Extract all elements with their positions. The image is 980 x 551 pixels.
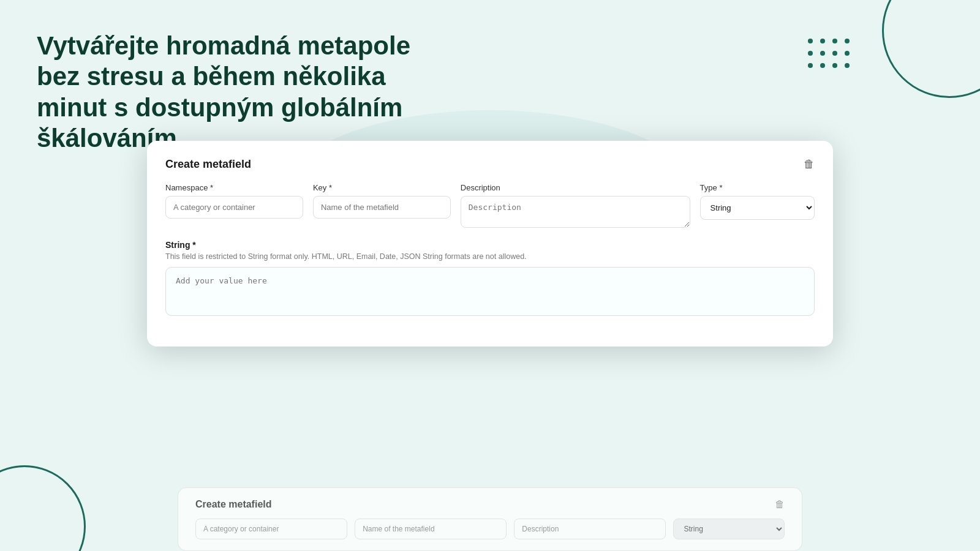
type-label: Type *	[700, 183, 815, 192]
bottom-type-select[interactable]: String	[673, 519, 785, 539]
page-headline: Vytvářejte hromadná metapole bez stresu …	[37, 31, 435, 154]
key-input[interactable]	[313, 196, 451, 219]
bottom-delete-icon: 🗑	[775, 499, 785, 509]
string-label: String *	[165, 240, 815, 250]
bottom-card-title: Create metafield	[195, 499, 272, 510]
bottom-namespace-input[interactable]	[195, 519, 347, 539]
string-value-textarea[interactable]	[165, 267, 815, 316]
string-section: String * This field is restricted to Str…	[165, 240, 815, 318]
namespace-group: Namespace *	[165, 183, 303, 219]
bg-circle-bottom-left	[0, 465, 86, 551]
form-row: Namespace * Key * Description Type * Str…	[165, 183, 815, 228]
type-select[interactable]: String Integer Boolean JSON URL Date	[700, 196, 815, 220]
delete-icon: 🗑	[804, 158, 815, 170]
string-description: This field is restricted to String forma…	[165, 252, 815, 261]
namespace-label: Namespace *	[165, 183, 303, 192]
namespace-input[interactable]	[165, 196, 303, 219]
bottom-card-header: Create metafield 🗑	[195, 499, 785, 510]
key-label: Key *	[313, 183, 451, 192]
description-label: Description	[461, 183, 690, 192]
create-metafield-modal: Create metafield 🗑 Namespace * Key * Des…	[147, 141, 833, 347]
bottom-card: Create metafield 🗑 String	[178, 487, 802, 551]
modal-header: Create metafield 🗑	[165, 158, 815, 171]
type-group: Type * String Integer Boolean JSON URL D…	[700, 183, 815, 220]
description-textarea[interactable]	[461, 196, 690, 228]
key-group: Key *	[313, 183, 451, 219]
modal-delete-button[interactable]: 🗑	[804, 158, 815, 171]
description-group: Description	[461, 183, 690, 228]
bottom-delete-button[interactable]: 🗑	[775, 499, 785, 510]
bottom-form-row: String	[195, 519, 785, 539]
modal-title: Create metafield	[165, 158, 251, 171]
bottom-description-input[interactable]	[514, 519, 666, 539]
bottom-key-input[interactable]	[355, 519, 507, 539]
